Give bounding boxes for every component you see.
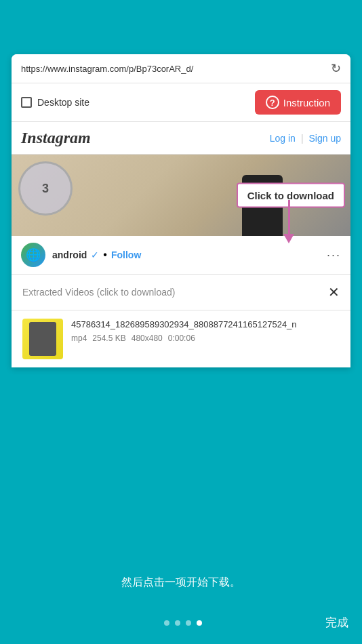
video-size: 254.5 KB [92, 334, 125, 343]
video-item[interactable]: 45786314_182689589302934_880887724116512… [12, 310, 350, 367]
arrow-head [283, 234, 294, 243]
separator: • [103, 249, 107, 261]
desktop-site-left: Desktop site [21, 97, 89, 108]
clock-decoration: 3 [18, 161, 73, 216]
nav-divider: | [301, 133, 304, 144]
bottom-nav: 完成 [0, 615, 362, 630]
post-area: 3 Click to download [12, 155, 350, 236]
username[interactable]: android [52, 249, 87, 260]
extracted-panel: Extracted Videos (click to download) ✕ 4… [12, 274, 350, 367]
close-button[interactable]: ✕ [328, 284, 340, 300]
bottom-instruction: 然后点击一项开始下载。 [0, 576, 362, 590]
dot-3 [186, 620, 191, 626]
desktop-site-checkbox[interactable] [21, 97, 32, 108]
instruction-button[interactable]: ? Instruction [255, 90, 341, 115]
url-bar: https://www.instagram.com/p/Bp73corAR_d/… [12, 54, 350, 83]
video-filename: 45786314_182689589302934_880887724116512… [71, 319, 340, 331]
refresh-icon[interactable]: ↻ [331, 61, 341, 76]
signup-link[interactable]: Sign up [309, 133, 341, 144]
arrow-line [288, 200, 290, 234]
video-resolution: 480x480 [132, 334, 163, 343]
nav-dots [41, 620, 325, 626]
more-button[interactable]: ··· [327, 248, 341, 262]
verified-badge: ✓ [91, 249, 99, 260]
desktop-site-label: Desktop site [37, 97, 89, 108]
avatar: 🌐 [21, 243, 45, 267]
desktop-site-row: Desktop site ? Instruction [12, 83, 350, 122]
video-meta: mp4 254.5 KB 480x480 0:00:06 [71, 334, 340, 343]
extracted-header: Extracted Videos (click to download) ✕ [12, 275, 350, 310]
instruction-text: 然后点击一项开始下载。 [121, 576, 241, 588]
extracted-title: Extracted Videos (click to download) [22, 287, 175, 298]
browser-chrome: https://www.instagram.com/p/Bp73corAR_d/… [12, 54, 350, 367]
dot-2 [175, 620, 180, 626]
clock-text: 3 [42, 182, 49, 196]
done-button[interactable]: 完成 [325, 615, 348, 630]
post-user-info: android ✓ • Follow [52, 249, 320, 261]
dot-1 [164, 620, 169, 626]
video-format: mp4 [71, 334, 87, 343]
instagram-nav: Log in | Sign up [270, 133, 341, 144]
dot-4-active [197, 620, 202, 626]
main-container: https://www.instagram.com/p/Bp73corAR_d/… [0, 0, 362, 644]
post-header: 🌐 android ✓ • Follow ··· [12, 236, 350, 274]
video-duration: 0:00:06 [168, 334, 195, 343]
arrow-annotation [283, 200, 294, 243]
instagram-header: Instagram Log in | Sign up [12, 122, 350, 155]
video-thumbnail [22, 319, 63, 359]
instagram-logo: Instagram [21, 129, 91, 147]
thumbnail-inner [29, 322, 56, 356]
follow-button[interactable]: Follow [111, 249, 141, 260]
help-icon: ? [266, 96, 279, 109]
login-link[interactable]: Log in [270, 133, 296, 144]
url-text: https://www.instagram.com/p/Bp73corAR_d/ [21, 64, 325, 74]
video-info: 45786314_182689589302934_880887724116512… [71, 319, 340, 343]
instruction-btn-label: Instruction [283, 97, 330, 108]
